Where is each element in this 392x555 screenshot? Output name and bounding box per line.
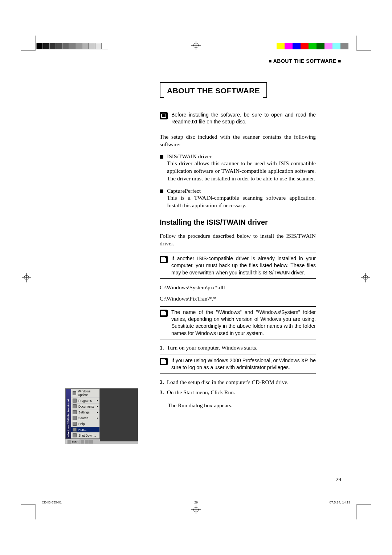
- menu-label: Run...: [78, 428, 87, 432]
- print-footer: CE-IE-335-01 29 07.5.14, 14:19: [42, 501, 350, 504]
- menu-label: Search: [78, 416, 88, 420]
- note-text: If another ISIS-compatible driver is alr…: [171, 255, 316, 276]
- menu-label: Documents: [78, 405, 94, 408]
- grayscale-bar: [36, 43, 108, 49]
- menu-item-windows-update[interactable]: Windows Update: [71, 389, 99, 398]
- chevron-right-icon: ▸: [97, 405, 98, 408]
- menu-item-shutdown[interactable]: Shut Down...: [71, 433, 99, 438]
- start-label: Start: [72, 440, 78, 443]
- start-button[interactable]: Start: [66, 440, 80, 444]
- footer-left: CE-IE-335-01: [42, 501, 62, 504]
- bullet-title: CapturePerfect: [167, 188, 316, 194]
- start-menu-screenshot: Windows 2000 Professional Windows Update…: [65, 388, 138, 446]
- footer-right: 07.5.14, 14:19: [329, 501, 350, 504]
- step-follow-text: The Run dialog box appears.: [168, 402, 316, 409]
- section-heading: ABOUT THE SOFTWARE: [160, 82, 267, 98]
- running-header: ■ ABOUT THE SOFTWARE ■: [36, 58, 356, 64]
- programs-icon: [73, 399, 77, 403]
- color-bar: [277, 43, 348, 49]
- bullet-item: ISIS/TWAIN driver This driver allows thi…: [160, 153, 316, 183]
- menu-item-settings[interactable]: Settings▸: [71, 409, 99, 415]
- note-icon: [160, 256, 168, 263]
- crop-mark: [36, 36, 36, 50]
- path-text: C:\Windows\System\pix*.dll: [160, 284, 316, 291]
- crop-mark: [356, 36, 356, 50]
- crop-mark: [356, 505, 356, 519]
- clipboard-icon: [160, 112, 168, 119]
- note-box-admin: If you are using Windows 2000 Profession…: [160, 355, 316, 374]
- chevron-right-icon: ▸: [97, 399, 98, 402]
- step-item: 2. Load the setup disc in the computer's…: [160, 379, 316, 385]
- search-icon: [73, 416, 77, 420]
- registration-mark: [22, 273, 31, 282]
- chevron-right-icon: ▸: [97, 416, 98, 420]
- page-number: 29: [336, 477, 341, 483]
- step-text: On the Start menu, Click Run.: [167, 389, 316, 396]
- note-box-backup: If another ISIS-compatible driver is alr…: [160, 253, 316, 279]
- step-number: 1.: [160, 344, 164, 351]
- bullet-desc: This is a TWAIN-compatible scanning soft…: [167, 194, 316, 209]
- step-item: 3. On the Start menu, Click Run.: [160, 389, 316, 396]
- bullet-item: CapturePerfect This is a TWAIN-compatibl…: [160, 188, 316, 209]
- intro-paragraph: The setup disc included with the scanner…: [160, 133, 316, 148]
- bullet-desc: This driver allows this scanner to be us…: [167, 160, 316, 183]
- tray-icon[interactable]: [81, 440, 84, 444]
- menu-label: Windows Update: [78, 389, 98, 397]
- bullet-title: ISIS/TWAIN driver: [167, 153, 316, 160]
- menu-item-programs[interactable]: Programs▸: [71, 398, 99, 404]
- crop-mark: [36, 505, 36, 519]
- subheading: Installing the ISIS/TWAIN driver: [160, 218, 316, 227]
- menu-label: Settings: [78, 411, 90, 414]
- sub-intro: Follow the procedure described below to …: [160, 232, 316, 248]
- update-icon: [73, 391, 76, 395]
- crop-mark: [21, 50, 36, 50]
- start-sideband: Windows 2000 Professional: [66, 389, 71, 438]
- footer-center: 29: [194, 501, 198, 504]
- step-text: Load the setup disc in the computer's CD…: [167, 379, 316, 385]
- registration-mark: [191, 41, 201, 50]
- run-icon: [73, 428, 77, 432]
- note-text: Before installing the software, be sure …: [171, 111, 316, 126]
- note-text: If you are using Windows 2000 Profession…: [171, 357, 316, 371]
- registration-mark: [191, 505, 201, 514]
- menu-label: Shut Down...: [78, 434, 96, 437]
- tray-icon[interactable]: [89, 440, 93, 444]
- square-bullet-icon: [160, 155, 163, 159]
- crop-mark: [356, 505, 371, 505]
- step-number: 3.: [160, 389, 164, 396]
- shutdown-icon: [73, 433, 77, 437]
- menu-item-help[interactable]: Help: [71, 421, 99, 427]
- path-text: C:\Windows\PixTran\*.*: [160, 295, 316, 303]
- note-icon: [160, 358, 168, 365]
- windows-icon: [68, 440, 71, 444]
- tray-icon[interactable]: [85, 440, 89, 444]
- menu-item-search[interactable]: Search▸: [71, 415, 99, 421]
- note-box-folder: The name of the "\Windows" and "\Windows…: [160, 306, 316, 339]
- menu-item-documents[interactable]: Documents▸: [71, 404, 99, 409]
- step-number: 2.: [160, 379, 164, 385]
- square-bullet-icon: [160, 189, 163, 193]
- help-icon: [73, 422, 77, 426]
- note-icon: [160, 310, 168, 317]
- registration-mark: [361, 273, 370, 282]
- menu-item-run[interactable]: Run...: [71, 427, 99, 433]
- chevron-right-icon: ▸: [97, 411, 98, 414]
- note-text: The name of the "\Windows" and "\Windows…: [171, 309, 316, 337]
- crop-mark: [356, 50, 371, 50]
- menu-label: Help: [78, 422, 85, 426]
- menu-label: Programs: [78, 399, 92, 403]
- step-text: Turn on your computer. Windows starts.: [167, 344, 316, 351]
- step-item: 1. Turn on your computer. Windows starts…: [160, 344, 316, 351]
- documents-icon: [73, 404, 77, 408]
- crop-mark: [21, 505, 36, 505]
- note-box-intro: Before installing the software, be sure …: [160, 109, 316, 128]
- settings-icon: [73, 410, 77, 414]
